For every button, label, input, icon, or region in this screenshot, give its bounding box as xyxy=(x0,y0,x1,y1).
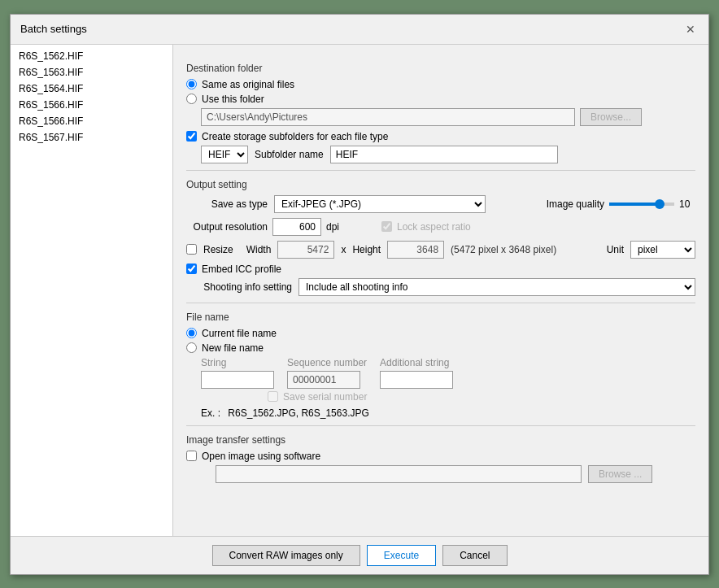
create-subfolders-checkbox[interactable] xyxy=(186,131,197,142)
open-image-label: Open image using software xyxy=(202,451,320,462)
list-item[interactable]: R6S_1563.HIF xyxy=(14,64,169,81)
use-this-folder-label: Use this folder xyxy=(202,94,264,105)
sequence-number-label: Sequence number xyxy=(287,357,367,368)
dpi-label: dpi xyxy=(326,221,339,233)
string-label: String xyxy=(201,357,274,368)
output-resolution-row: Output resolution dpi Lock aspect ratio xyxy=(186,218,695,236)
pixel-info: (5472 pixel x 3648 pixel) xyxy=(451,244,556,255)
main-content: Destination folder Same as original file… xyxy=(173,45,708,536)
string-group: String xyxy=(201,357,274,389)
unit-select[interactable]: pixelinchcm xyxy=(630,241,695,259)
execute-button[interactable]: Execute xyxy=(367,545,436,566)
subfolders-type-row: HEIF Subfolder name xyxy=(201,146,695,163)
example-prefix-label: Ex. : xyxy=(201,407,220,419)
same-as-original-row: Same as original files xyxy=(186,79,695,90)
width-input[interactable] xyxy=(277,241,334,259)
current-file-name-label: Current file name xyxy=(202,328,277,339)
height-input[interactable] xyxy=(387,241,444,259)
save-serial-row: Save serial number xyxy=(268,391,695,403)
create-subfolders-label: Create storage subfolders for each file … xyxy=(202,131,388,142)
unit-label: Unit xyxy=(607,244,624,255)
embed-icc-label: Embed ICC profile xyxy=(202,264,281,275)
subfolder-name-input[interactable] xyxy=(330,146,558,163)
quality-slider-thumb xyxy=(655,199,665,209)
current-file-name-radio[interactable] xyxy=(186,328,197,338)
example-value: R6S_1562.JPG, R6S_1563.JPG xyxy=(228,407,368,419)
save-as-type-select[interactable]: Exif-JPEG (*.JPG)Exif-TIFF (*.TIF)Exif-P… xyxy=(274,195,486,213)
list-item[interactable]: R6S_1566.HIF xyxy=(14,97,169,113)
save-as-type-label: Save as type xyxy=(186,198,268,210)
string-row: String Sequence number Additional string xyxy=(201,357,695,389)
list-item[interactable]: R6S_1562.HIF xyxy=(14,48,169,64)
create-subfolders-row: Create storage subfolders for each file … xyxy=(186,131,695,142)
resize-checkbox[interactable] xyxy=(186,244,197,255)
list-item[interactable]: R6S_1564.HIF xyxy=(14,81,169,97)
file-list: R6S_1562.HIFR6S_1563.HIFR6S_1564.HIFR6S_… xyxy=(11,45,173,536)
transfer-browse-row: Browse ... xyxy=(201,465,695,483)
new-file-name-row: New file name xyxy=(186,342,695,354)
new-file-name-label: New file name xyxy=(202,342,264,354)
width-label: Width xyxy=(246,244,272,255)
open-image-row: Open image using software xyxy=(186,451,695,462)
string-input[interactable] xyxy=(201,371,274,389)
list-item[interactable]: R6S_1567.HIF xyxy=(14,129,169,146)
resize-row: Resize Width x Height (5472 pixel x 3648… xyxy=(186,241,695,259)
sequence-number-input[interactable] xyxy=(287,371,360,389)
quality-slider[interactable] xyxy=(609,203,674,206)
folder-path-row: Browse... xyxy=(201,108,695,126)
shooting-info-label: Shooting info setting xyxy=(186,281,292,293)
image-transfer-section-label: Image transfer settings xyxy=(186,434,695,446)
additional-string-input[interactable] xyxy=(380,371,453,389)
sequence-number-group: Sequence number xyxy=(287,357,367,389)
batch-settings-dialog: Batch settings ✕ R6S_1562.HIFR6S_1563.HI… xyxy=(10,14,709,575)
output-resolution-label: Output resolution xyxy=(186,221,268,233)
convert-raw-button[interactable]: Convert RAW images only xyxy=(212,545,360,566)
cancel-button[interactable]: Cancel xyxy=(442,545,507,566)
bottom-buttons: Convert RAW images only Execute Cancel xyxy=(11,536,708,574)
save-serial-label: Save serial number xyxy=(283,391,367,403)
output-section-label: Output setting xyxy=(186,179,695,190)
quality-section: Image quality 10 xyxy=(547,198,695,210)
use-this-folder-radio[interactable] xyxy=(186,94,197,104)
subfolder-type-select[interactable]: HEIF xyxy=(201,146,248,163)
resize-label: Resize xyxy=(203,244,233,255)
dialog-body: R6S_1562.HIFR6S_1563.HIFR6S_1564.HIFR6S_… xyxy=(11,45,708,536)
use-this-folder-row: Use this folder xyxy=(186,94,695,105)
same-as-original-label: Same as original files xyxy=(202,79,294,90)
open-image-checkbox[interactable] xyxy=(186,451,197,461)
embed-icc-checkbox[interactable] xyxy=(186,264,197,274)
x-separator: x xyxy=(341,244,346,255)
transfer-path-input[interactable] xyxy=(216,465,582,483)
embed-icc-row: Embed ICC profile xyxy=(186,264,695,275)
additional-string-group: Additional string xyxy=(380,357,453,389)
save-serial-checkbox[interactable] xyxy=(268,391,278,402)
subfolder-name-label: Subfolder name xyxy=(255,149,324,160)
destination-section-label: Destination folder xyxy=(186,63,695,74)
output-resolution-input[interactable] xyxy=(272,218,321,236)
example-row: Ex. : R6S_1562.JPG, R6S_1563.JPG xyxy=(201,407,695,419)
current-file-name-row: Current file name xyxy=(186,328,695,339)
height-label: Height xyxy=(352,244,381,255)
lock-aspect-checkbox[interactable] xyxy=(381,221,392,232)
quality-value: 10 xyxy=(679,198,695,210)
dialog-title: Batch settings xyxy=(20,23,87,35)
close-button[interactable]: ✕ xyxy=(682,21,699,37)
browse-folder-button[interactable]: Browse... xyxy=(580,108,642,126)
file-name-section-label: File name xyxy=(186,311,695,323)
additional-string-label: Additional string xyxy=(380,357,453,368)
shooting-info-select[interactable]: Include all shooting infoInclude basic s… xyxy=(298,278,695,296)
save-as-type-row: Save as type Exif-JPEG (*.JPG)Exif-TIFF … xyxy=(186,195,695,213)
shooting-info-row: Shooting info setting Include all shooti… xyxy=(186,278,695,296)
lock-aspect-label: Lock aspect ratio xyxy=(397,221,471,233)
list-item[interactable]: R6S_1566.HIF xyxy=(14,113,169,129)
title-bar: Batch settings ✕ xyxy=(11,15,708,45)
transfer-browse-button[interactable]: Browse ... xyxy=(588,465,652,483)
same-as-original-radio[interactable] xyxy=(186,79,197,89)
new-file-name-radio[interactable] xyxy=(186,342,197,353)
image-quality-label: Image quality xyxy=(547,198,604,210)
folder-path-input[interactable] xyxy=(201,108,575,126)
